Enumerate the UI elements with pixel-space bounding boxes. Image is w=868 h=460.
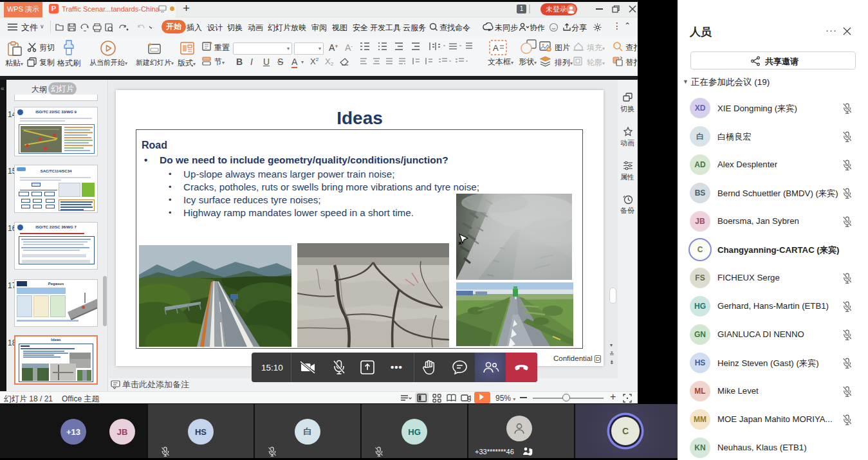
svg-text:A: A: [493, 43, 499, 53]
